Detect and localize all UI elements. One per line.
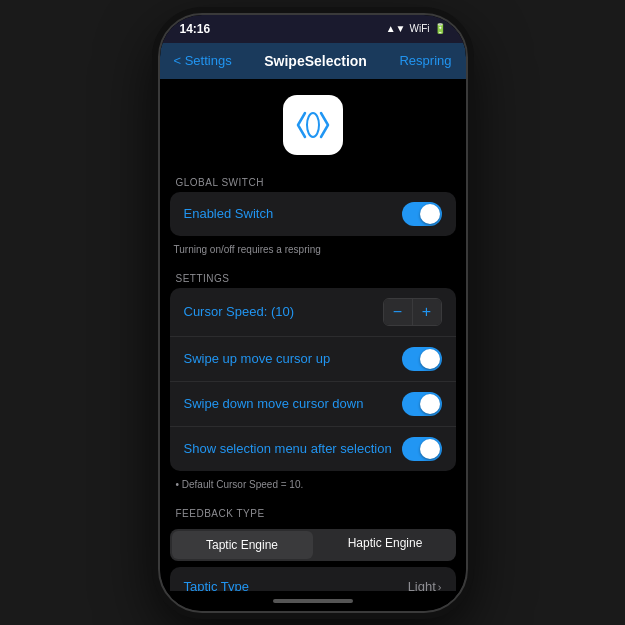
taptic-engine-button[interactable]: Taptic Engine [172,531,313,559]
swipe-down-toggle[interactable] [402,392,442,416]
respring-button[interactable]: Respring [399,53,451,68]
battery-icon: 🔋 [434,23,446,34]
stepper-plus-button[interactable]: + [413,299,441,325]
taptic-type-label: Taptic Type [184,579,250,591]
back-button[interactable]: < Settings [174,53,232,68]
phone-screen: 14:16 ▲▼ WiFi 🔋 < Settings SwipeSelectio… [160,15,466,611]
swipe-down-label: Swipe down move cursor down [184,396,364,411]
app-icon-section [160,79,466,167]
taptic-type-value: Light [408,579,436,591]
swipe-up-row: Swipe up move cursor up [170,337,456,382]
cursor-speed-stepper[interactable]: − + [383,298,442,326]
haptic-engine-button[interactable]: Haptic Engine [315,529,456,561]
global-switch-header: GLOBAL SWITCH [160,167,466,192]
taptic-type-row[interactable]: Taptic Type Light › [170,567,456,591]
swipe-up-toggle[interactable] [402,347,442,371]
settings-group: Cursor Speed: (10) − + Swipe up move cur… [170,288,456,471]
wifi-icon: WiFi [410,23,430,34]
nav-title: SwipeSelection [264,53,367,69]
show-selection-toggle[interactable] [402,437,442,461]
app-icon [283,95,343,155]
signal-icon: ▲▼ [386,23,406,34]
global-switch-group: Enabled Switch [170,192,456,236]
status-time: 14:16 [180,22,211,36]
enabled-switch-label: Enabled Switch [184,206,274,221]
phone-device: 14:16 ▲▼ WiFi 🔋 < Settings SwipeSelectio… [158,13,468,613]
settings-header: SETTINGS [160,263,466,288]
default-cursor-note: • Default Cursor Speed = 10. [160,475,466,498]
app-icon-svg [291,107,335,143]
cursor-speed-row: Cursor Speed: (10) − + [170,288,456,337]
swipe-down-row: Swipe down move cursor down [170,382,456,427]
status-bar: 14:16 ▲▼ WiFi 🔋 [160,15,466,43]
respring-note: Turning on/off requires a respring [160,240,466,263]
enabled-switch-toggle[interactable] [402,202,442,226]
scroll-content[interactable]: GLOBAL SWITCH Enabled Switch Turning on/… [160,167,466,591]
svg-point-0 [307,113,319,137]
status-icons: ▲▼ WiFi 🔋 [386,23,446,34]
cursor-speed-label: Cursor Speed: (10) [184,304,295,319]
taptic-type-group: Taptic Type Light › [170,567,456,591]
home-bar [273,599,353,603]
feedback-segmented[interactable]: Taptic Engine Haptic Engine [170,529,456,561]
show-selection-row: Show selection menu after selection [170,427,456,471]
feedback-type-header: FEEDBACK TYPE [160,498,466,523]
stepper-minus-button[interactable]: − [384,299,412,325]
home-indicator [160,591,466,611]
taptic-type-chevron: › [438,581,442,591]
nav-bar: < Settings SwipeSelection Respring [160,43,466,79]
show-selection-label: Show selection menu after selection [184,441,392,456]
enabled-switch-row: Enabled Switch [170,192,456,236]
taptic-type-right: Light › [408,579,442,591]
swipe-up-label: Swipe up move cursor up [184,351,331,366]
